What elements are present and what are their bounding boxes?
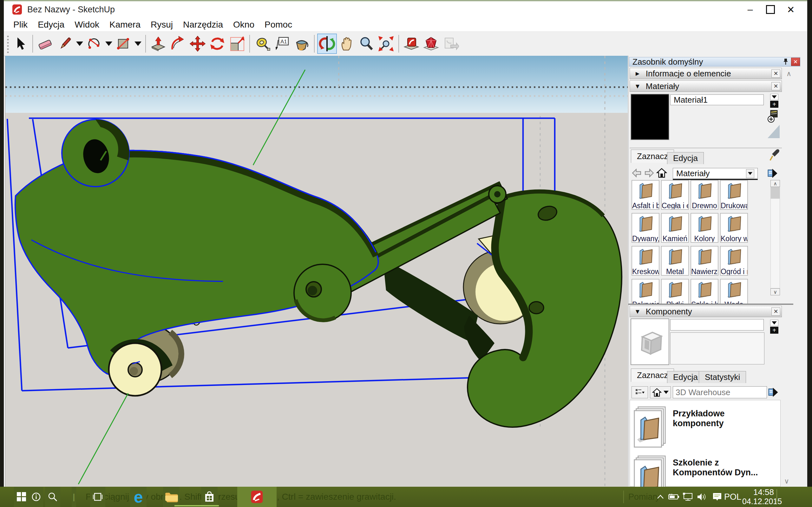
component-description-box[interactable] bbox=[670, 332, 764, 364]
create-material-icon[interactable] bbox=[767, 110, 779, 123]
tray-header[interactable]: Zasobnik domyślny ✕ bbox=[629, 57, 800, 66]
network-tray-icon[interactable] bbox=[681, 487, 695, 507]
section-close-icon[interactable]: ✕ bbox=[771, 82, 780, 90]
component-preview[interactable] bbox=[630, 319, 669, 365]
sketchup-taskbar-button[interactable] bbox=[248, 487, 266, 507]
followme-tool-button[interactable] bbox=[168, 34, 188, 54]
materials-scroll-up[interactable]: ∧ bbox=[770, 180, 780, 187]
materials-scroll-track[interactable] bbox=[770, 187, 780, 288]
component-collection-item[interactable]: Szkolenie z Komponentów Dyn... bbox=[631, 454, 777, 487]
scale-tool-button[interactable] bbox=[227, 34, 247, 54]
components-pane-add[interactable]: + bbox=[770, 327, 778, 334]
pan-tool-button[interactable] bbox=[337, 34, 357, 54]
title-bar[interactable]: Bez Nazwy - SketchUp – ✕ bbox=[4, 1, 807, 18]
search-button[interactable] bbox=[45, 487, 60, 507]
zoom-extents-tool-button[interactable] bbox=[376, 34, 396, 54]
close-button[interactable]: ✕ bbox=[780, 1, 801, 18]
maximize-button[interactable] bbox=[760, 1, 780, 18]
material-folder[interactable]: Asfalt i b bbox=[631, 180, 659, 210]
tray-scroll-up[interactable]: ∧ bbox=[785, 70, 793, 77]
start-button[interactable] bbox=[14, 487, 29, 507]
zoom-tool-button[interactable] bbox=[357, 34, 376, 54]
material-folder[interactable]: Metal bbox=[661, 246, 689, 276]
menu-edycja[interactable]: Edycja bbox=[33, 18, 69, 32]
material-folder[interactable]: Dywany, bbox=[631, 213, 659, 243]
section-element-info[interactable]: ► Informacje o elemencie ✕ bbox=[629, 68, 782, 79]
material-folder[interactable]: Pokrycia bbox=[631, 279, 659, 304]
notification-tray-icon[interactable] bbox=[710, 487, 724, 507]
menu-pomoc[interactable]: Pomoc bbox=[259, 18, 297, 32]
orbit-tool-button[interactable] bbox=[317, 34, 337, 54]
viewport[interactable] bbox=[5, 56, 628, 487]
tray-close-button[interactable]: ✕ bbox=[791, 58, 800, 66]
details-arrow-button[interactable] bbox=[767, 167, 778, 179]
material-folder[interactable]: Woda bbox=[720, 279, 748, 304]
pin-icon[interactable] bbox=[782, 58, 789, 66]
materials-scroll-thumb[interactable] bbox=[771, 187, 780, 199]
section-components[interactable]: ▼ Komponenty ✕ bbox=[629, 306, 782, 317]
material-folder[interactable]: Kreskowa bbox=[631, 246, 659, 276]
export-2d-button[interactable] bbox=[402, 34, 421, 54]
section-close-icon[interactable]: ✕ bbox=[771, 69, 780, 78]
components-scroll-down[interactable]: ∨ bbox=[782, 477, 791, 485]
rectangle-tool-button[interactable] bbox=[113, 34, 133, 54]
material-name-input[interactable] bbox=[670, 95, 764, 105]
material-folder[interactable]: Cegła i e bbox=[661, 180, 689, 210]
sample-paint-icon[interactable] bbox=[767, 124, 780, 139]
menu-plik[interactable]: Plik bbox=[8, 18, 33, 32]
component-name-input[interactable] bbox=[670, 319, 764, 331]
material-folder[interactable]: Kolory bbox=[691, 213, 718, 243]
material-folder[interactable]: Kolory w bbox=[720, 213, 748, 243]
cortana-button[interactable] bbox=[29, 487, 43, 507]
eraser-tool-button[interactable] bbox=[36, 34, 55, 54]
minimize-button[interactable]: – bbox=[740, 1, 760, 18]
materials-scroll-down[interactable]: ∨ bbox=[770, 288, 780, 295]
menu-kamera[interactable]: Kamera bbox=[104, 18, 146, 32]
arc-tool-dropdown[interactable] bbox=[104, 34, 113, 54]
view-options-button[interactable] bbox=[631, 386, 648, 398]
material-folder[interactable]: Kamień bbox=[661, 213, 689, 243]
components-search[interactable] bbox=[673, 386, 767, 398]
material-folder[interactable]: Nawierzc bbox=[691, 246, 718, 276]
line-tool-button[interactable] bbox=[55, 34, 75, 54]
line-tool-dropdown[interactable] bbox=[75, 34, 84, 54]
component-collection-item[interactable]: Przykładowe komponenty bbox=[631, 405, 777, 452]
move-tool-button[interactable] bbox=[188, 34, 207, 54]
components-pane-toggle[interactable] bbox=[770, 320, 778, 326]
ruby-console-button[interactable] bbox=[421, 34, 441, 54]
components-tab-edycja[interactable]: Edycja bbox=[667, 371, 704, 383]
paint-bucket-tool-button[interactable] bbox=[292, 34, 311, 54]
display-pane-toggle[interactable] bbox=[770, 94, 778, 100]
pushpull-tool-button[interactable] bbox=[148, 34, 168, 54]
forward-arrow-icon[interactable] bbox=[644, 169, 654, 177]
volume-tray-icon[interactable] bbox=[695, 487, 709, 507]
components-tab-statystyki[interactable]: Statystyki bbox=[699, 371, 746, 383]
material-folder[interactable]: Ogród i r bbox=[720, 246, 748, 276]
section-close-icon[interactable]: ✕ bbox=[771, 307, 780, 316]
store-button[interactable] bbox=[201, 487, 217, 507]
material-folder[interactable]: Drukowa bbox=[720, 180, 748, 210]
eyedropper-icon[interactable] bbox=[769, 149, 780, 162]
material-folder[interactable]: Szkło i lu bbox=[691, 279, 718, 304]
tray-chevron-button[interactable] bbox=[654, 487, 667, 507]
material-preview[interactable] bbox=[630, 94, 669, 140]
text-tool-button[interactable]: A1 bbox=[272, 34, 292, 54]
arc-tool-button[interactable] bbox=[84, 34, 104, 54]
back-arrow-icon[interactable] bbox=[631, 169, 642, 177]
materials-collection-dropdown[interactable]: Materiały bbox=[673, 168, 758, 180]
components-home-button[interactable] bbox=[650, 386, 671, 398]
clock[interactable]: 14:58 04.12.2015 bbox=[742, 487, 774, 506]
rectangle-tool-dropdown[interactable] bbox=[133, 34, 143, 54]
materials-tab-edycja[interactable]: Edycja bbox=[667, 152, 704, 164]
toolbar-grip[interactable] bbox=[6, 34, 10, 53]
select-tool-button[interactable] bbox=[10, 34, 30, 54]
menu-narzedzia[interactable]: Narzędzia bbox=[178, 18, 228, 32]
material-folder[interactable]: Drewno bbox=[691, 180, 718, 210]
tape-measure-tool-button[interactable] bbox=[252, 34, 272, 54]
menu-widok[interactable]: Widok bbox=[69, 18, 104, 32]
export-model-button[interactable] bbox=[441, 34, 461, 54]
menu-rysuj[interactable]: Rysuj bbox=[146, 18, 178, 32]
home-icon[interactable] bbox=[656, 167, 667, 178]
edge-button[interactable]: e bbox=[130, 487, 147, 507]
menu-okno[interactable]: Okno bbox=[228, 18, 259, 32]
